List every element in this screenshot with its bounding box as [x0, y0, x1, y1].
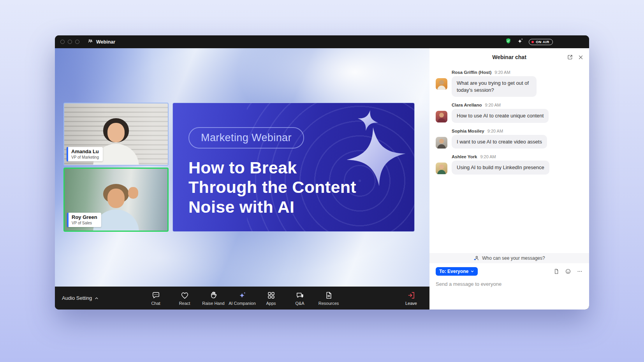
- window-titlebar: Webinar ON AIR: [55, 35, 589, 48]
- message-bubble: I want to use AI to create video assets: [452, 135, 547, 149]
- message-bubble: What are you trying to get out of today'…: [452, 76, 537, 97]
- maximize-window-button[interactable]: [75, 40, 79, 44]
- more-options-button[interactable]: [577, 268, 583, 275]
- recipient-selector[interactable]: To: Everyone: [436, 267, 478, 276]
- heart-icon: [180, 291, 189, 300]
- popout-chat-button[interactable]: [567, 54, 573, 60]
- chat-bubble-icon: [151, 291, 160, 300]
- leave-button[interactable]: Leave: [399, 291, 423, 306]
- message-time: 9:20 AM: [480, 154, 496, 159]
- audio-setting-label: Audio Setting: [62, 295, 92, 301]
- emoji-button[interactable]: [565, 268, 571, 275]
- message-time: 9:20 AM: [487, 129, 503, 133]
- message-time: 9:20 AM: [494, 70, 510, 75]
- chat-message: Ashlee York 9:20 AM Using AI to build my…: [436, 154, 583, 175]
- on-air-badge: ON AIR: [529, 39, 553, 45]
- ai-companion-button[interactable]: AI Companion: [228, 291, 257, 306]
- resources-button-label: Resources: [318, 301, 339, 306]
- message-bubble: How to use AI to create unique content: [452, 109, 549, 123]
- slide-badge: Marketing Webinar: [188, 127, 304, 149]
- webinar-window: Webinar ON AIR: [55, 35, 589, 310]
- recipient-label: To: Everyone: [439, 269, 468, 274]
- chat-message: Sophia Mosiley 9:20 AM I want to use AI …: [436, 129, 583, 149]
- participant-role: VP of Marketing: [71, 155, 99, 159]
- qa-button[interactable]: Q&A: [285, 291, 314, 306]
- shield-check-icon[interactable]: [505, 38, 512, 46]
- more-options-icon: [577, 268, 583, 275]
- video-stage: Amanda Lu VP of Marketing Roy Green VP o…: [55, 48, 429, 287]
- video-tile-amanda[interactable]: Amanda Lu VP of Marketing: [63, 103, 169, 166]
- chat-message: Rosa Griffin (Host) 9:20 AM What are you…: [436, 70, 583, 97]
- participant-nametag: Amanda Lu VP of Marketing: [67, 147, 103, 161]
- chat-composer: To: Everyone: [429, 263, 589, 310]
- avatar: [436, 78, 447, 90]
- message-visibility-link[interactable]: Who can see your messages?: [429, 253, 589, 263]
- popout-icon: [567, 54, 573, 60]
- close-chat-button[interactable]: [578, 54, 584, 60]
- chat-message-list: Rosa Griffin (Host) 9:20 AM What are you…: [429, 66, 589, 253]
- toolbar-button-group: Chat React: [141, 291, 343, 306]
- chevron-down-icon: [470, 269, 474, 273]
- message-visibility-label: Who can see your messages?: [482, 255, 545, 261]
- message-input[interactable]: [436, 276, 583, 287]
- leave-door-icon: [407, 291, 416, 300]
- raised-hand-icon: [209, 291, 218, 300]
- audio-setting-button[interactable]: Audio Setting: [62, 295, 99, 301]
- desktop-background: Webinar ON AIR: [0, 0, 644, 362]
- file-icon: [553, 268, 560, 275]
- on-air-dot: [531, 41, 534, 43]
- meeting-toolbar: Audio Setting Chat: [55, 287, 429, 310]
- participant-name: Amanda Lu: [71, 149, 99, 155]
- apps-button-label: Apps: [266, 301, 276, 306]
- attach-file-button[interactable]: [553, 268, 560, 275]
- qa-bubbles-icon: [296, 291, 304, 300]
- ai-sparkle-icon: [238, 291, 247, 300]
- raise-hand-button-label: Raise Hand: [202, 301, 224, 306]
- titlebar-status-icons: ON AIR: [505, 35, 553, 48]
- video-tile-roy[interactable]: Roy Green VP of Sales: [63, 168, 169, 232]
- raise-hand-button[interactable]: Raise Hand: [199, 291, 228, 306]
- close-icon: [578, 54, 584, 60]
- chevron-up-icon: [94, 296, 99, 301]
- chat-message: Clara Arellano 9:20 AM How to use AI to …: [436, 103, 583, 123]
- leave-button-label: Leave: [405, 301, 417, 306]
- presentation-slide: Marketing Webinar How to Break Through t…: [172, 103, 415, 232]
- sender-name: Ashlee York: [452, 154, 477, 159]
- ai-companion-button-label: AI Companion: [229, 301, 256, 306]
- emoji-icon: [565, 268, 571, 275]
- window-title-group: Webinar: [87, 38, 115, 45]
- avatar: [436, 163, 447, 174]
- participant-role: VP of Sales: [72, 221, 97, 225]
- avatar: [436, 111, 447, 122]
- resources-button[interactable]: Resources: [314, 291, 343, 306]
- react-button-label: React: [179, 301, 190, 306]
- message-time: 9:20 AM: [485, 103, 501, 107]
- participant-nametag: Roy Green VP of Sales: [67, 213, 101, 227]
- on-air-label: ON AIR: [536, 40, 549, 44]
- chat-panel: Webinar chat: [429, 48, 589, 310]
- document-icon: [324, 291, 333, 300]
- chat-header: Webinar chat: [429, 48, 589, 66]
- slide-title: How to Break Through the Content Noise w…: [188, 158, 414, 217]
- window-controls: [60, 40, 79, 44]
- chat-button-label: Chat: [151, 301, 160, 306]
- sender-name: Clara Arellano: [452, 103, 482, 107]
- sender-name: Rosa Griffin (Host): [452, 70, 491, 75]
- chat-button[interactable]: Chat: [141, 291, 170, 306]
- qa-button-label: Q&A: [295, 301, 304, 306]
- participant-name: Roy Green: [72, 215, 97, 220]
- avatar: [436, 137, 447, 149]
- apps-button[interactable]: Apps: [257, 291, 285, 306]
- window-title: Webinar: [96, 39, 115, 45]
- minimize-window-button[interactable]: [68, 40, 72, 44]
- apps-grid-icon: [267, 291, 276, 300]
- close-window-button[interactable]: [60, 40, 65, 44]
- webinar-icon: [87, 38, 93, 45]
- person-icon: [473, 255, 480, 261]
- ai-sparkle-icon[interactable]: [517, 38, 524, 46]
- react-button[interactable]: React: [170, 291, 199, 306]
- chat-title: Webinar chat: [492, 54, 526, 60]
- message-bubble: Using AI to build my LinkedIn presence: [452, 161, 549, 175]
- sender-name: Sophia Mosiley: [452, 129, 484, 133]
